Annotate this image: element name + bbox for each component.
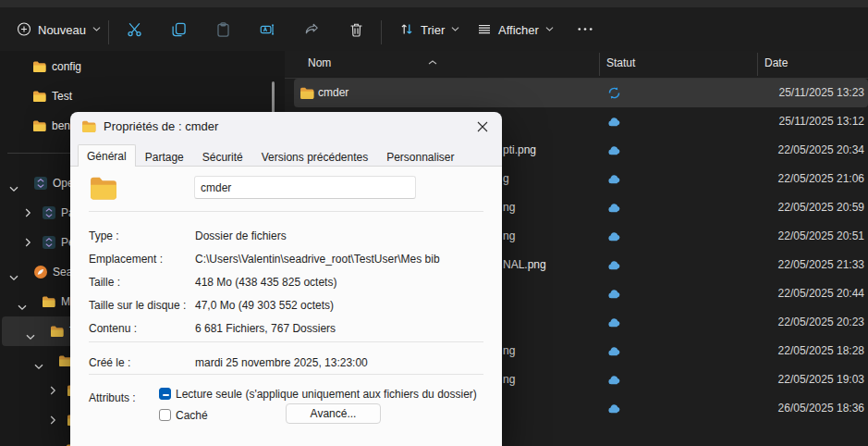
column-separator [599,53,600,76]
cloud-status-icon [607,145,621,156]
property-value: 6 681 Fichiers, 767 Dossiers [195,322,336,335]
cloud-status-icon [607,317,621,328]
file-date: 25/11/2025 13:12 [778,115,864,128]
property-label: Emplacement : [89,253,163,266]
expand-chevron[interactable] [18,238,26,247]
file-row[interactable]: cmder 25/11/2025 13:23 [294,79,868,107]
sync-status-icon [607,86,621,100]
status-icon-wrap [607,229,621,243]
expand-chevron[interactable] [34,357,43,365]
sidebar-item-label: Test [52,90,72,103]
file-name: ng [503,344,515,357]
dialog-tab[interactable]: Versions précédentes [252,146,377,167]
paste-button[interactable] [208,14,238,44]
folder-icon [42,294,56,309]
delete-button[interactable] [341,14,371,44]
expand-chevron[interactable] [26,328,35,335]
status-icon-wrap [607,316,621,329]
expand-chevron-icon[interactable] [9,275,18,281]
column-header-date[interactable]: Date [764,56,788,69]
readonly-label: Lecture seule (s'applique uniquement aux… [176,388,477,401]
column-header-nom[interactable]: Nom [308,56,331,69]
expand-chevron[interactable] [43,386,51,395]
dialog-tab[interactable]: Personnaliser [377,146,463,167]
dialog-tab[interactable]: Partage [136,146,193,167]
folder-name-input[interactable] [194,176,416,199]
expand-chevron-icon[interactable] [25,238,31,247]
copy-icon [171,21,187,37]
sort-button[interactable]: Trier [392,14,467,44]
copy-button[interactable] [164,14,193,44]
cloud-app-icon [42,235,56,250]
rename-button[interactable] [252,14,282,44]
cloud-status-icon [607,260,621,271]
expand-chevron[interactable] [9,268,18,276]
dialog-title: Propriétés de : cmder [104,119,218,133]
expand-chevron[interactable] [18,208,26,217]
property-label: Type : [89,229,119,242]
cloud-status-icon [607,117,621,128]
toolbar-divider [108,20,109,44]
expand-chevron[interactable] [9,180,18,187]
status-icon-wrap [607,287,621,301]
column-header-row: Nom Statut Date [285,51,868,79]
close-icon [477,121,488,132]
scissors-icon [127,21,142,37]
cloud-status-icon [607,403,621,415]
file-date: 22/05/2025 21:33 [778,258,864,271]
dialog-tab[interactable]: Général [78,144,136,167]
dialog-tab[interactable]: Sécurité [193,146,252,167]
dialog-folder-icon [81,119,97,133]
property-label: Contenu : [89,322,137,335]
property-row: Emplacement : C:\Users\Valentin\seadrive… [70,253,502,267]
expand-chevron[interactable] [43,415,51,425]
property-row: Taille sur le disque : 47,0 Mo (49 303 5… [70,299,502,314]
new-button-label: Nouveau [38,22,86,36]
sidebar-item[interactable]: config [2,52,283,81]
property-label: Taille : [89,276,120,289]
property-value: C:\Users\Valentin\seadrive_root\TestUser… [195,253,440,266]
expand-chevron-icon[interactable] [9,186,18,192]
file-name: cmder [318,86,348,99]
view-button[interactable]: Afficher [470,14,561,44]
folder-icon [32,118,47,133]
readonly-checkbox[interactable] [159,388,171,400]
dialog-titlebar[interactable]: Propriétés de : cmder [70,112,502,142]
new-button[interactable]: Nouveau [7,14,110,44]
expand-chevron[interactable] [18,298,27,305]
file-date: 22/05/2025 19:03 [778,373,864,386]
hidden-checkbox[interactable] [159,409,171,421]
folder-icon [81,119,97,133]
expand-chevron-icon[interactable] [25,208,31,217]
property-value: Dossier de fichiers [195,229,287,242]
dialog-separator [89,374,483,375]
file-name: pti.png [503,143,536,156]
close-button[interactable] [471,116,495,138]
column-header-statut[interactable]: Statut [606,56,635,69]
more-options-button[interactable] [572,14,598,44]
cloud-status-icon [607,346,621,357]
status-icon-wrap [607,143,621,157]
file-date: 22/05/2025 20:44 [778,287,864,300]
created-label: Créé le : [89,356,130,369]
dialog-separator [89,211,483,212]
sidebar-item[interactable]: Test [2,81,283,111]
cloud-status-icon [607,289,621,300]
expand-chevron-icon[interactable] [26,334,35,341]
sort-arrows-icon [399,22,414,37]
readonly-attribute-row: Lecture seule (s'applique uniquement aux… [70,387,502,402]
property-row: Taille : 418 Mo (438 435 825 octets) [70,276,502,291]
expand-chevron-icon[interactable] [34,364,43,370]
share-button[interactable] [297,14,326,44]
expand-chevron-icon[interactable] [50,386,56,395]
expand-chevron-icon[interactable] [50,415,56,425]
created-row: Créé le : mardi 25 novembre 2025, 13:23:… [70,356,502,371]
sidebar-item-label: config [52,60,81,73]
status-icon-wrap [607,115,621,129]
file-date: 22/05/2025 20:59 [778,201,864,214]
file-date: 22/05/2025 18:28 [778,344,864,357]
cut-button[interactable] [119,14,149,44]
cloud-app-icon [42,205,56,220]
expand-chevron-icon[interactable] [18,304,27,311]
advanced-button[interactable]: Avancé... [286,403,381,424]
